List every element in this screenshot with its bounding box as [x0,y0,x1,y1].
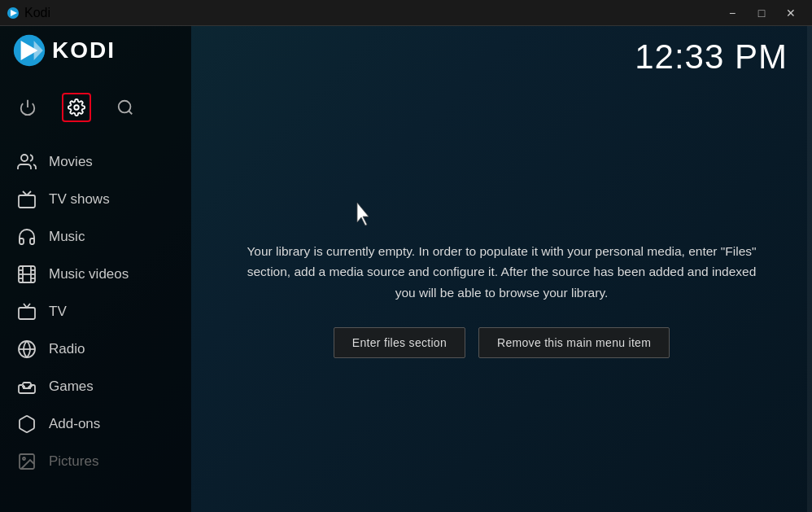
movies-label: Movies [49,154,93,170]
sidebar-item-addons[interactable]: Add-ons [0,405,191,443]
music-icon [16,226,37,247]
radio-icon [16,339,37,360]
search-icon[interactable] [111,93,140,122]
kodi-logo-icon [13,34,46,67]
pictures-label: Pictures [49,453,98,470]
remove-menu-item-button[interactable]: Remove this main menu item [478,327,670,358]
music-videos-icon [16,264,37,285]
top-controls [0,75,191,140]
addons-icon [16,414,37,435]
settings-icon[interactable] [62,93,91,122]
app-title: KODI [52,37,116,63]
title-bar: Kodi − □ ✕ [0,0,812,26]
title-bar-title: Kodi [24,6,50,20]
svg-rect-19 [19,308,35,319]
music-videos-label: Music videos [49,266,129,282]
scrollbar[interactable] [807,26,812,512]
app-icon [7,7,20,20]
nav-items: Movies TV shows Music [0,140,191,512]
main-content: 12:33 PM Your library is currently empty… [191,26,812,512]
radio-label: Radio [49,341,85,357]
sidebar-item-movies[interactable]: Movies [0,143,191,181]
content-area: Your library is currently empty. In orde… [191,87,812,512]
tv-shows-icon [16,189,37,210]
svg-rect-10 [19,195,35,208]
tv-shows-label: TV shows [49,191,110,208]
window-controls: − □ ✕ [718,0,805,26]
tv-icon [16,301,37,322]
sidebar: KODI [0,26,191,512]
pictures-icon [16,451,37,472]
sidebar-item-pictures[interactable]: Pictures [0,443,191,480]
app-body: KODI [0,26,812,512]
sidebar-item-games[interactable]: Games [0,368,191,405]
svg-point-27 [23,457,25,460]
music-label: Music [49,229,85,245]
sidebar-item-radio[interactable]: Radio [0,330,191,368]
sidebar-item-tv[interactable]: TV [0,293,191,330]
svg-point-7 [119,101,131,113]
svg-point-6 [74,105,79,110]
logo-area: KODI [0,26,191,67]
close-button[interactable]: ✕ [776,0,805,26]
tv-label: TV [49,304,67,320]
title-bar-left: Kodi [7,6,50,20]
sidebar-item-music-videos[interactable]: Music videos [0,256,191,293]
maximize-button[interactable]: □ [747,0,776,26]
minimize-button[interactable]: − [718,0,747,26]
games-label: Games [49,379,94,395]
addons-label: Add-ons [49,416,100,432]
action-buttons: Enter files section Remove this main men… [334,327,670,358]
power-icon[interactable] [13,93,42,122]
movies-icon [16,151,37,173]
header: 12:33 PM [191,26,812,87]
enter-files-button[interactable]: Enter files section [334,327,465,358]
svg-point-9 [21,155,28,161]
sidebar-item-tv-shows[interactable]: TV shows [0,181,191,218]
library-empty-message: Your library is currently empty. In orde… [240,241,763,304]
clock-display: 12:33 PM [635,37,788,77]
svg-line-8 [129,111,132,114]
games-icon [16,376,37,397]
sidebar-item-music[interactable]: Music [0,218,191,256]
